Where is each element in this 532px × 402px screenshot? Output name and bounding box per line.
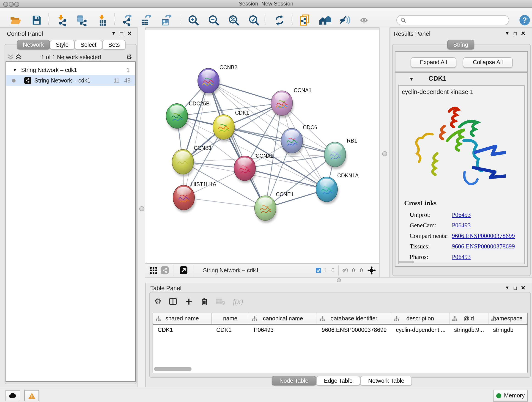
network-node-CDKN1A[interactable]: CDKN1A — [316, 172, 359, 204]
cell-id[interactable]: stringdb:9... — [450, 327, 488, 333]
network-node-CCNA2[interactable]: CCNA2 — [234, 153, 273, 183]
cell-canonical-name[interactable]: P06493 — [249, 327, 317, 333]
left-splitter[interactable] — [138, 27, 146, 387]
hide-selected-icon[interactable] — [339, 14, 351, 26]
tab-network-table[interactable]: Network Table — [360, 376, 412, 385]
zoom-out-icon[interactable] — [208, 14, 220, 26]
export-table-icon[interactable] — [141, 14, 152, 26]
crosslink-genecard[interactable]: P06493 — [452, 222, 471, 229]
table-horizontal-scrollbar[interactable] — [154, 367, 191, 371]
close-panel-icon[interactable]: ✕ — [127, 31, 132, 36]
expand-all-networks-icon[interactable] — [15, 54, 22, 60]
application-window: Session: New Session — [0, 0, 532, 402]
network-tree-selected-row[interactable]: String Network – cdk1 11 48 — [6, 75, 135, 86]
table-options-gear-icon[interactable]: ⚙ — [154, 297, 162, 306]
tab-select[interactable]: Select — [75, 40, 102, 50]
tab-node-table[interactable]: Node Table — [272, 376, 316, 385]
column-header-database-identifier[interactable]: database identifier — [317, 313, 391, 324]
export-image-icon[interactable] — [161, 14, 173, 26]
help-icon[interactable]: ? — [519, 14, 531, 26]
close-panel-icon[interactable]: ✕ — [521, 285, 525, 291]
collapse-all-networks-icon[interactable] — [7, 54, 14, 60]
network-node-CCNB2[interactable]: CCNB2 — [198, 64, 237, 95]
birds-eye-toggle-icon[interactable] — [367, 266, 376, 274]
tab-style[interactable]: Style — [50, 40, 75, 50]
cell-namespace[interactable]: stringdb — [488, 327, 527, 333]
show-all-icon[interactable] — [359, 14, 371, 26]
network-node-CDC25B[interactable]: CDC25B — [166, 101, 210, 131]
left-splitter-grip[interactable] — [139, 206, 144, 211]
float-panel-icon[interactable]: ▼ — [505, 285, 510, 291]
search-box[interactable] — [396, 15, 509, 25]
column-header-id[interactable]: @id — [450, 313, 488, 324]
detach-view-icon[interactable] — [180, 266, 187, 274]
network-panel-options-gear-icon[interactable]: ⚙ — [126, 53, 132, 61]
column-header-namespace[interactable]: namespace — [488, 313, 527, 324]
column-header-canonical-name[interactable]: canonical name — [249, 313, 317, 324]
network-tree-root-row[interactable]: ▼ String Network – cdk1 1 — [6, 65, 135, 75]
show-grid-icon[interactable] — [150, 267, 157, 274]
function-builder-icon[interactable]: f(x) — [233, 297, 243, 306]
save-session-icon[interactable] — [31, 14, 43, 26]
network-node-CCNE1[interactable]: CCNE1 — [254, 191, 294, 223]
collapse-all-button[interactable]: Collapse All — [463, 57, 513, 68]
crosslink-pharos[interactable]: P06493 — [452, 253, 471, 261]
expand-all-button[interactable]: Expand All — [411, 57, 456, 68]
column-header-description[interactable]: description — [391, 313, 450, 324]
undock-panel-icon[interactable]: □ — [514, 31, 517, 36]
tree-expander-icon[interactable]: ▼ — [13, 68, 17, 72]
crosslink-compartments[interactable]: 9606.ENSP00000378699 — [452, 232, 515, 240]
apply-preferred-layout-icon[interactable] — [273, 14, 285, 26]
right-splitter[interactable] — [380, 27, 390, 277]
undock-panel-icon[interactable]: □ — [514, 285, 517, 291]
string-view-icon[interactable] — [161, 266, 169, 274]
column-header-name[interactable]: name — [212, 313, 249, 324]
selected-checkbox-icon[interactable] — [316, 268, 321, 273]
float-panel-icon[interactable]: ▼ — [111, 31, 116, 36]
export-network-icon[interactable] — [121, 14, 133, 26]
network-node-HIST1H1A[interactable]: HIST1H1A — [173, 181, 216, 212]
add-column-icon[interactable] — [185, 297, 193, 306]
tab-sets[interactable]: Sets — [102, 40, 126, 50]
crosslink-tissues[interactable]: 9606.ENSP00000378699 — [452, 243, 515, 250]
tab-string[interactable]: String — [447, 40, 474, 50]
search-input[interactable] — [409, 17, 505, 24]
zoom-fit-icon[interactable] — [228, 14, 240, 26]
delete-table-icon[interactable] — [216, 298, 226, 305]
hidden-eye-icon[interactable] — [342, 267, 350, 273]
warnings-button[interactable] — [24, 390, 39, 401]
undock-panel-icon[interactable]: □ — [120, 31, 123, 36]
network-canvas[interactable]: CCNB2CCNA1CDC25BCDK1CDC6RB1CCNB1CCNA2CDK… — [145, 30, 380, 263]
memory-button[interactable]: Memory — [493, 390, 528, 402]
show-columns-icon[interactable] — [169, 297, 177, 306]
zoom-selected-icon[interactable] — [248, 14, 260, 26]
float-panel-icon[interactable]: ▼ — [505, 31, 510, 36]
crosslink-uniprot[interactable]: P06493 — [452, 211, 471, 218]
cell-database-identifier[interactable]: 9606.ENSP00000378699 — [317, 327, 391, 333]
tab-network[interactable]: Network — [17, 40, 50, 50]
close-panel-icon[interactable]: ✕ — [521, 31, 525, 36]
horizontal-splitter-grip[interactable] — [337, 278, 341, 282]
cell-shared-name[interactable]: CDK1 — [153, 327, 212, 333]
tab-edge-table[interactable]: Edge Table — [316, 376, 360, 385]
string-network-graph[interactable]: CCNB2CCNA1CDC25BCDK1CDC6RB1CCNB1CCNA2CDK… — [145, 30, 380, 263]
cell-name[interactable]: CDK1 — [212, 327, 249, 333]
new-network-from-selection-icon[interactable] — [299, 14, 311, 26]
column-header-shared-name[interactable]: shared name — [153, 313, 212, 324]
zoom-in-icon[interactable] — [187, 14, 199, 26]
results-horizontal-scrollbar[interactable] — [399, 261, 414, 263]
network-node-RB1[interactable]: RB1 — [324, 138, 357, 169]
network-node-CCNA1[interactable]: CCNA1 — [271, 87, 312, 118]
open-session-icon[interactable] — [10, 14, 22, 26]
table-row[interactable]: CDK1 CDK1 P06493 9606.ENSP00000378699 cy… — [153, 325, 527, 335]
right-splitter-grip[interactable] — [382, 151, 387, 156]
section-expander-icon[interactable]: ▼ — [409, 77, 414, 82]
delete-column-icon[interactable] — [201, 297, 209, 306]
network-node-CDC6[interactable]: CDC6 — [281, 124, 317, 155]
cell-description[interactable]: cyclin-dependent ... — [391, 327, 450, 333]
import-table-from-file-icon[interactable] — [97, 14, 109, 26]
import-network-from-file-icon[interactable] — [56, 14, 68, 26]
show-graphics-details-icon[interactable] — [319, 14, 331, 26]
cloud-services-button[interactable] — [6, 390, 20, 401]
import-network-from-database-icon[interactable] — [76, 14, 88, 26]
